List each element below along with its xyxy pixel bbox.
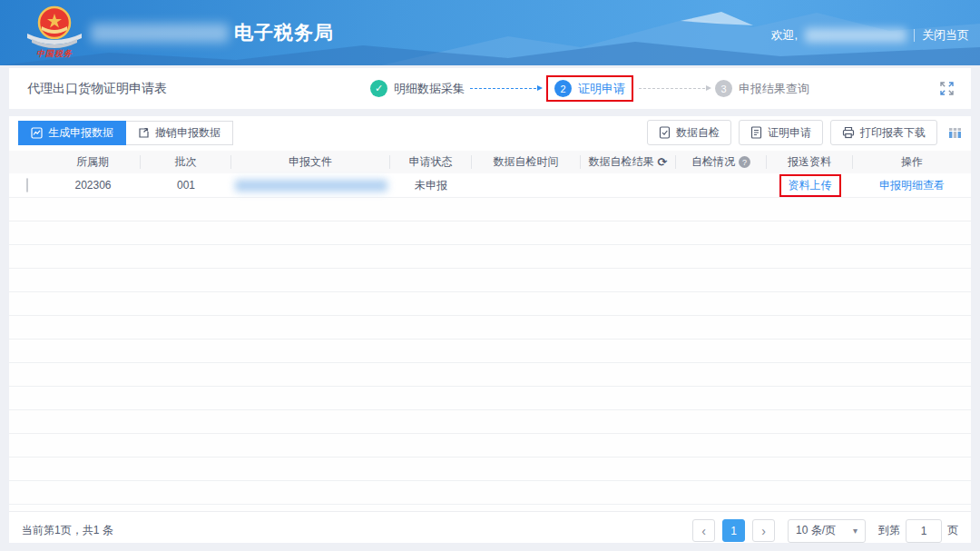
cell-submit-materials: 资料上传	[767, 174, 853, 197]
printer-icon	[842, 126, 855, 139]
certificate-icon	[750, 126, 762, 139]
help-question-icon[interactable]: ?	[739, 156, 750, 168]
app-title: 电子税务局	[234, 20, 334, 45]
tab-label: 撤销申报数据	[155, 125, 220, 141]
toolbar-row: 生成申报数据 撤销申报数据 数据自检	[9, 116, 971, 151]
tax-emblem-icon	[20, 3, 89, 50]
toolbar-right: 数据自检 证明申请 打印报表下载	[647, 120, 962, 145]
column-declaration-file: 申报文件	[231, 155, 390, 169]
step-declare-result-query: 3 申报结果查询	[715, 80, 809, 97]
close-page-link[interactable]: 关闭当页	[922, 27, 969, 44]
step2-number: 2	[554, 80, 572, 97]
certificate-apply-button[interactable]: 证明申请	[739, 120, 823, 145]
data-self-check-button[interactable]: 数据自检	[647, 120, 731, 145]
chevron-down-icon: ▾	[853, 526, 858, 536]
undo-icon	[138, 127, 150, 139]
tab-generate-declaration-data[interactable]: 生成申报数据	[18, 121, 126, 145]
pagination-summary: 当前第1页，共1 条	[22, 523, 113, 538]
empty-rows	[9, 198, 971, 511]
main-card: 生成申报数据 撤销申报数据 数据自检	[9, 116, 971, 543]
cell-period: 202306	[45, 179, 141, 192]
header-divider	[914, 29, 915, 42]
tabs: 生成申报数据 撤销申报数据	[18, 121, 233, 145]
material-upload-link[interactable]: 资料上传	[789, 178, 832, 193]
redacted-file-link[interactable]	[235, 180, 387, 192]
column-self-check-result: 数据自检结果 ⟳	[581, 155, 676, 169]
goto-suffix-label: 页	[947, 523, 958, 538]
annotation-box-step2: 2 证明申请	[546, 75, 633, 102]
step2-label: 证明申请	[578, 81, 625, 97]
step-connector-blue	[470, 88, 541, 89]
page-size-select[interactable]: 10 条/页 ▾	[788, 519, 866, 543]
goto-prefix-label: 到第	[878, 523, 900, 538]
column-apply-status: 申请状态	[390, 155, 472, 169]
step-indicator: ✓ 明细数据采集 2 证明申请 3 申报结果查询	[370, 68, 809, 109]
tax-bureau-logo: 中国税务	[20, 3, 89, 60]
prev-page-button[interactable]: ‹	[692, 519, 715, 542]
step1-label: 明细数据采集	[394, 81, 465, 97]
table-row: 202306 001 未申报 资料上传 申报明细查看	[9, 173, 971, 198]
step3-number: 3	[715, 80, 732, 97]
refresh-icon[interactable]: ⟳	[658, 155, 668, 169]
tab-label: 生成申报数据	[48, 125, 113, 141]
cell-operation: 申报明细查看	[853, 178, 971, 193]
cell-apply-status: 未申报	[390, 178, 472, 193]
goto-page-group: 到第 页	[878, 519, 958, 543]
column-submit-materials: 报送资料	[767, 155, 853, 169]
print-report-download-button[interactable]: 打印报表下载	[830, 120, 937, 145]
goto-page-input[interactable]	[906, 519, 942, 543]
chart-icon	[31, 127, 43, 139]
doc-check-icon	[659, 126, 671, 139]
step1-check-icon: ✓	[370, 80, 387, 97]
app-header: 中国税务 电子税务局 欢迎, 关闭当页	[0, 0, 980, 65]
step-connector-gray	[639, 88, 710, 89]
column-operation: 操作	[853, 155, 971, 169]
step-certificate-apply: 2 证明申请	[554, 80, 625, 97]
button-label: 打印报表下载	[860, 125, 926, 141]
header-right: 欢迎, 关闭当页	[770, 27, 969, 44]
column-batch: 批次	[141, 155, 231, 169]
cell-batch: 001	[141, 179, 231, 192]
column-self-check-situation: 自检情况 ?	[676, 155, 767, 169]
title-bar: 代理出口货物证明申请表 ✓ 明细数据采集 2 证明申请 3 申报结果查询	[9, 68, 971, 109]
fullscreen-icon[interactable]	[939, 81, 955, 96]
page-title: 代理出口货物证明申请表	[27, 81, 167, 97]
logo-caption: 中国税务	[20, 48, 89, 60]
page-size-value: 10 条/页	[796, 523, 836, 538]
button-label: 证明申请	[768, 125, 811, 141]
page-1-button[interactable]: 1	[722, 519, 745, 542]
next-page-button[interactable]: ›	[752, 519, 775, 542]
row-checkbox[interactable]	[26, 178, 28, 192]
welcome-label: 欢迎,	[770, 27, 798, 44]
column-period: 所属期	[45, 155, 141, 169]
step3-label: 申报结果查询	[739, 81, 809, 97]
cell-declaration-file	[231, 180, 390, 192]
select-all-column	[9, 155, 45, 169]
column-self-check-time: 数据自检时间	[472, 155, 581, 169]
button-label: 数据自检	[676, 125, 720, 141]
step-detail-data-collection: ✓ 明细数据采集	[370, 80, 465, 97]
annotation-box-upload: 资料上传	[779, 174, 841, 197]
declaration-detail-view-link[interactable]: 申报明细查看	[879, 179, 945, 192]
redacted-org-name	[91, 24, 229, 43]
tab-revoke-declaration-data[interactable]: 撤销申报数据	[126, 121, 233, 145]
column-settings-icon[interactable]	[948, 126, 962, 140]
pagination: ‹ 1 › 10 条/页 ▾ 到第 页	[692, 519, 958, 543]
table-footer: 当前第1页，共1 条 ‹ 1 › 10 条/页 ▾ 到第 页	[9, 511, 971, 549]
table-header: 所属期 批次 申报文件 申请状态 数据自检时间 数据自检结果 ⟳ 自检情况 ? …	[9, 151, 971, 173]
screen: 中国税务 电子税务局 欢迎, 关闭当页 代理出口货物证明申请表 ✓ 明细数据采集…	[0, 0, 980, 551]
redacted-user-name	[805, 28, 906, 43]
